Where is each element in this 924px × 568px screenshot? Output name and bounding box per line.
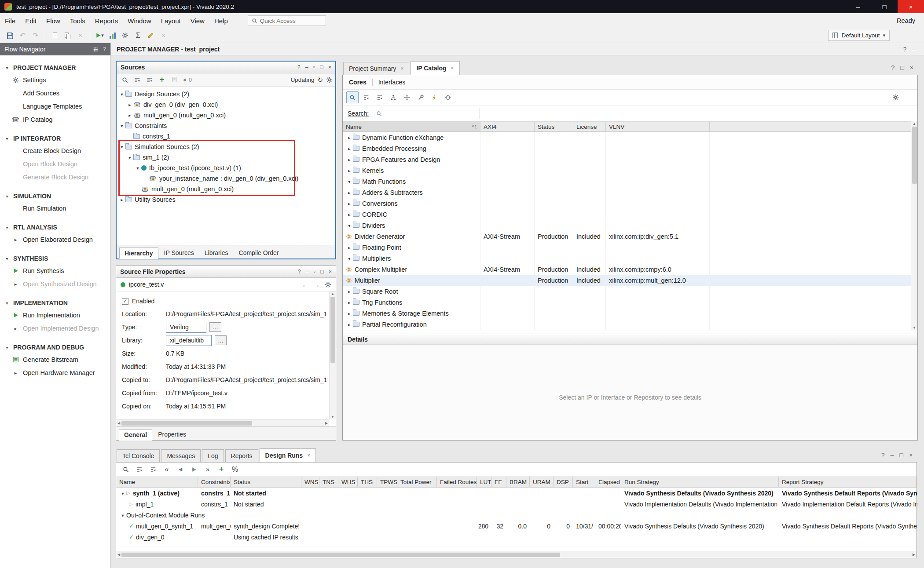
jump-to-start-button[interactable]: « [161, 463, 173, 475]
chevron-down-icon[interactable]: ▾ [346, 179, 353, 184]
close-icon[interactable]: × [400, 66, 403, 72]
subtab-cores[interactable]: Cores [349, 79, 367, 86]
gear-icon[interactable] [325, 281, 331, 288]
sidebar-item-run-simulation[interactable]: Run Simulation [0, 202, 110, 215]
close-icon[interactable]: × [307, 452, 310, 459]
column-failed-routes[interactable]: Failed Routes [437, 477, 477, 487]
tab-messages[interactable]: Messages [161, 449, 201, 462]
settings-button[interactable] [119, 30, 132, 41]
ip-row-cordic[interactable]: ▸CORDIC [343, 209, 917, 220]
chevron-down-icon[interactable]: ▾ [346, 223, 353, 228]
search-button[interactable] [119, 75, 131, 85]
tab-project-summary[interactable]: Project Summary× [343, 62, 409, 75]
column-name[interactable]: Name^1 [343, 122, 480, 131]
sidebar-item-language-templates[interactable]: Language Templates [0, 100, 110, 113]
scrollbar-thumb[interactable] [121, 553, 560, 557]
delete-button[interactable]: × [74, 30, 87, 41]
close-icon[interactable]: × [909, 451, 913, 459]
sidebar-item-open-hardware-manager[interactable]: ▸Open Hardware Manager [0, 366, 110, 379]
sum-button[interactable]: Σ [132, 30, 144, 41]
chevron-right-icon[interactable]: ▸ [346, 300, 353, 305]
scroll-down-icon[interactable]: ▼ [331, 415, 334, 419]
cancel-button[interactable]: × [157, 30, 170, 41]
close-icon[interactable]: × [451, 65, 454, 71]
tab-compile-order[interactable]: Compile Order [234, 247, 284, 259]
section-header-synthesis[interactable]: ▾SYNTHESIS [0, 253, 110, 264]
sidebar-item-generate-bitstream[interactable]: Generate Bitstream [0, 353, 110, 366]
column-status[interactable]: Status [535, 122, 573, 131]
menu-flow[interactable]: Flow [41, 17, 65, 25]
tab-design-runs[interactable]: Design Runs× [260, 448, 316, 462]
tab-reports[interactable]: Reports [225, 449, 258, 462]
expand-all-button[interactable] [374, 91, 386, 103]
tree-item-your-instance-name[interactable]: your_instance_name : div_gen_0 (div_gen_… [117, 173, 335, 184]
settings-button[interactable] [889, 91, 902, 103]
menu-help[interactable]: Help [209, 17, 233, 25]
float-icon[interactable]: ▫ [313, 64, 315, 70]
close-icon[interactable]: × [910, 64, 913, 71]
sidebar-item-open-elaborated-design[interactable]: ▸Open Elaborated Design [0, 233, 110, 246]
sidebar-item-run-implementation[interactable]: Run Implementation [0, 309, 110, 322]
section-header-project-manager[interactable]: ▾PROJECT MANAGER [0, 62, 110, 73]
tree-item-constraints[interactable]: ▾Constraints [117, 120, 335, 131]
chevron-right-icon[interactable]: ▸ [346, 168, 353, 173]
generate-button[interactable] [428, 91, 440, 103]
add-sources-button[interactable]: + [156, 75, 168, 85]
column-constraints[interactable]: Constraints [198, 477, 231, 487]
tab-hierarchy[interactable]: Hierarchy [119, 248, 158, 259]
enabled-checkbox[interactable]: ✓ [122, 298, 128, 305]
chevron-right-icon[interactable]: ▸ [346, 311, 353, 316]
quick-access-search[interactable] [248, 15, 326, 26]
chevron-right-icon[interactable]: ▸ [346, 146, 353, 151]
customize-ip-button[interactable] [414, 91, 427, 103]
scrollbar-thumb[interactable] [121, 421, 252, 426]
close-icon[interactable]: × [329, 269, 332, 275]
chevron-down-icon[interactable]: ▾ [118, 123, 125, 128]
forward-icon[interactable]: → [313, 281, 320, 288]
section-header-rtl-analysis[interactable]: ▾RTL ANALYSIS [0, 222, 110, 233]
column-ff[interactable]: FF [491, 477, 506, 487]
scroll-left-icon[interactable]: ◀ [117, 421, 120, 425]
horizontal-scrollbar[interactable]: ◀▶ [116, 419, 329, 426]
redo-button[interactable]: ↷ [29, 30, 42, 41]
menu-edit[interactable]: Edit [20, 17, 41, 25]
menu-tools[interactable]: Tools [65, 17, 90, 25]
menu-layout[interactable]: Layout [156, 17, 186, 25]
chevron-right-icon[interactable]: ▸ [346, 135, 353, 140]
maximize-icon[interactable]: □ [900, 64, 904, 71]
close-button[interactable]: × [898, 0, 924, 13]
maximize-icon[interactable]: □ [899, 451, 903, 459]
scroll-right-icon[interactable]: ▶ [325, 421, 328, 425]
utilization-button[interactable]: % [229, 463, 241, 475]
column-wns[interactable]: WNS [301, 477, 319, 487]
properties-panel-header[interactable]: Source File Properties ? – ▫ □ × [116, 266, 336, 278]
column-lut[interactable]: LUT [477, 477, 491, 487]
tree-item-constrs-1[interactable]: constrs_1 [117, 131, 335, 142]
chevron-down-icon[interactable]: ▾ [119, 513, 126, 518]
add-repository-button[interactable] [401, 91, 413, 103]
section-header-program-and-debug[interactable]: ▾PROGRAM AND DEBUG [0, 342, 110, 353]
chevron-right-icon[interactable]: ▸ [118, 197, 125, 202]
collapse-all-button[interactable] [360, 91, 372, 103]
chevron-down-icon[interactable]: ▾ [126, 155, 133, 160]
scrollbar-thumb[interactable] [330, 297, 335, 363]
ip-row-partial-reconfiguration[interactable]: ▸Partial Reconfiguration [343, 319, 917, 330]
library-input[interactable]: xil_defaultlib [166, 335, 212, 346]
tab-ip-catalog[interactable]: IP Catalog× [411, 61, 459, 75]
ip-row-fpga-features[interactable]: ▸FPGA Features and Design [343, 154, 917, 165]
column-vlnv[interactable]: VLNV [606, 122, 710, 131]
sidebar-item-settings[interactable]: Settings [0, 73, 110, 87]
type-input[interactable]: Verilog [166, 322, 206, 333]
tab-log[interactable]: Log [202, 449, 224, 462]
column-whs[interactable]: WHS [338, 477, 358, 487]
column-tns[interactable]: TNS [319, 477, 338, 487]
tree-item-tb-ipcore-test[interactable]: ▾tb_ipcore_test (ipcore_test.v) (1) [117, 163, 335, 173]
tab-ip-sources[interactable]: IP Sources [159, 247, 199, 259]
help-icon[interactable]: ? [298, 269, 301, 275]
column-elapsed[interactable]: Elapsed [595, 477, 621, 487]
column-axi4[interactable]: AXI4 [480, 122, 535, 131]
sidebar-item-add-sources[interactable]: Add Sources [0, 87, 110, 100]
run-row-impl-1[interactable]: ▷impl_1 constrs_1 Not started Vivado Imp… [116, 499, 917, 510]
flow-settings-icon[interactable] [93, 47, 99, 52]
tab-tcl-console[interactable]: Tcl Console [117, 449, 160, 462]
